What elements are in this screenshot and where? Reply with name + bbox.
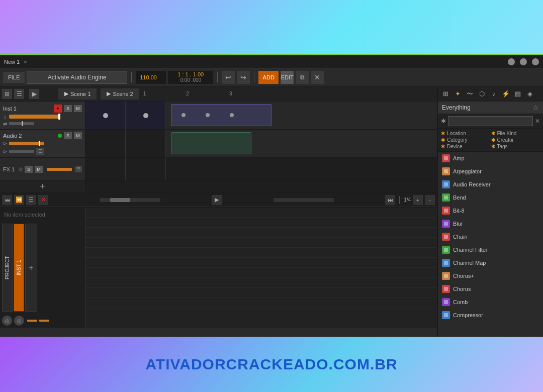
filter-creator[interactable]: ✱ Creator (491, 137, 540, 143)
add-track-tab-btn[interactable]: + (25, 224, 37, 312)
browser-clips-btn[interactable]: ◈ (524, 88, 535, 100)
browser-note-btn[interactable]: ♪ (488, 88, 499, 100)
browser-grid-btn[interactable]: ⊞ (440, 88, 451, 100)
transport-rewind-btn[interactable]: ⏪ (14, 195, 24, 205)
track-solo-btn-audio2[interactable]: S (64, 132, 72, 139)
track-volume-audio2[interactable] (9, 142, 44, 145)
file-button[interactable]: FILE (3, 72, 25, 83)
browser-item-chorus-[interactable]: Chorus+ (438, 269, 543, 282)
tab-project[interactable]: PROJECT (2, 224, 13, 312)
scene1-cell-fx1[interactable] (85, 158, 126, 180)
browser-waves-btn[interactable]: 〜 (464, 88, 475, 100)
scene2-cell-audio2[interactable] (126, 130, 166, 157)
transport-end-btn[interactable]: ⏭ (385, 195, 395, 205)
browser-item-channel-map[interactable]: Channel Map (438, 256, 543, 269)
window-minimize-btn[interactable] (508, 58, 515, 65)
filter-category[interactable]: ✱ Category (441, 137, 490, 143)
bottom-slider-2[interactable] (39, 320, 49, 322)
browser-item-icon-compressor (442, 311, 450, 319)
scene2-cell-fx1[interactable] (126, 158, 166, 180)
bottom-icon-1[interactable]: ◎ (2, 316, 12, 326)
time-value: 0:00 .000 (180, 77, 201, 83)
bottom-slider-1[interactable] (27, 320, 37, 322)
browser-item-label-channel-map: Channel Map (453, 260, 486, 266)
browser-item-amp[interactable]: Amp (438, 152, 543, 165)
scene1-cell-inst1[interactable] (85, 102, 126, 129)
browser-favorite-btn[interactable]: ☆ (532, 104, 539, 112)
transport-x-btn[interactable]: ✕ (38, 195, 48, 205)
clip-audio2-1[interactable] (171, 132, 251, 154)
track-mute-btn-audio2[interactable]: M (74, 132, 82, 139)
track-pan-audio2[interactable] (9, 150, 34, 153)
track-pan-inst1[interactable] (9, 122, 34, 125)
browser-star-filter-btn[interactable]: ✦ (452, 88, 463, 100)
browser-item-compressor[interactable]: Compressor (438, 309, 543, 322)
track-controls-fx1: FX 1 S M ☰ (0, 158, 85, 180)
browser-item-arpeggiator[interactable]: Arpeggiator (438, 165, 543, 178)
transport-play-btn[interactable]: ▶ (212, 195, 222, 205)
browser-item-channel-filter[interactable]: Channel Filter (438, 243, 543, 256)
filter-tags[interactable]: ✱ Tags (491, 144, 540, 149)
app-title: New 1 (4, 59, 20, 65)
title-close-btn[interactable]: × (24, 59, 27, 65)
track-mute-btn-fx1[interactable]: M (35, 166, 43, 173)
browser-samples-btn[interactable]: ▤ (512, 88, 523, 100)
edit-button[interactable]: EDIT (281, 71, 294, 84)
scene1-cell-audio2[interactable] (85, 130, 126, 157)
browser-gear-btn[interactable]: ⬡ (476, 88, 487, 100)
track-vol-handle-inst1[interactable] (58, 114, 60, 120)
browser-fx-btn[interactable]: ⚡ (500, 88, 511, 100)
clip-inst1-1[interactable] (171, 104, 272, 126)
transport-scrollbar[interactable] (100, 198, 160, 202)
tab-inst1[interactable]: INST 1 (14, 224, 24, 312)
list-view-btn[interactable]: ☰ (14, 89, 24, 99)
track-rec-btn-inst1[interactable]: ● (54, 105, 62, 113)
add-button[interactable]: ADD (258, 71, 279, 84)
copy-button[interactable]: ⧉ (296, 71, 309, 84)
scene-1-label[interactable]: ▶ Scene 1 (58, 88, 97, 100)
browser-search-clear-btn[interactable]: ✕ (535, 118, 540, 125)
collapse-btn[interactable]: ▶ (29, 89, 39, 99)
browser-item-audio-receiver[interactable]: Audio Receiver (438, 178, 543, 191)
window-maximize-btn[interactable] (520, 58, 527, 65)
browser-item-chorus[interactable]: Chorus (438, 282, 543, 296)
track-volume-fx1[interactable] (47, 168, 72, 171)
scene-2-label[interactable]: ▶ Scene 2 (101, 88, 139, 100)
filter-filekind[interactable]: ✱ File Kind (491, 131, 540, 136)
timeline-numbers: 1 2 3 (141, 91, 435, 96)
filter-tags-label: Tags (497, 144, 508, 149)
filter-location[interactable]: ✱ Location (441, 131, 490, 136)
undo-button[interactable]: ↩ (222, 71, 235, 84)
track-menu-fx1[interactable]: ☰ (75, 166, 82, 172)
track-solo-btn-inst1[interactable]: S (64, 105, 72, 112)
track-pan-handle-inst1 (22, 121, 23, 126)
transport-zoom-out[interactable]: - (425, 195, 435, 205)
scene2-cell-inst1[interactable] (126, 102, 166, 129)
browser-item-label-chorus: Chorus (453, 286, 471, 292)
filter-device[interactable]: ✱ Device (441, 144, 490, 149)
transport-zoom-in[interactable]: + (413, 195, 423, 205)
grid-view-btn[interactable]: ⊞ (2, 89, 12, 99)
browser-item-comb[interactable]: Comb (438, 296, 543, 309)
transport-menu-btn[interactable]: ☰ (26, 195, 36, 205)
activate-audio-button[interactable]: Activate Audio Engine (27, 71, 127, 84)
transport-stop-btn[interactable]: ⏮ (2, 195, 12, 205)
track-menu-audio2[interactable]: ☰ (36, 148, 44, 155)
add-track-btn[interactable]: + (0, 181, 85, 192)
window-close-btn[interactable] (532, 58, 539, 65)
browser-item-bend[interactable]: Bend (438, 191, 543, 204)
delete-button[interactable]: ✕ (311, 71, 324, 84)
browser-search-input[interactable] (448, 116, 533, 126)
track-mute-btn-inst1[interactable]: M (74, 105, 82, 112)
track-vol-bar-inst1: ♫ (3, 114, 82, 120)
transport-scrollbar2[interactable] (274, 198, 334, 202)
track-volume-inst1[interactable] (9, 115, 60, 119)
filter-star-filekind: ✱ (491, 131, 495, 136)
track-solo-btn-fx1[interactable]: S (25, 166, 33, 173)
redo-button[interactable]: ↪ (237, 71, 250, 84)
bottom-icon-2[interactable]: ◎ (14, 316, 24, 326)
browser-item-chain[interactable]: Chain (438, 230, 543, 243)
transport-bar: ⏮ ⏪ ☰ ✕ ▶ ⏭ 1/4 + - (0, 193, 437, 207)
browser-item-bit-8[interactable]: Bit-8 (438, 204, 543, 217)
browser-item-blur[interactable]: Blur (438, 217, 543, 230)
